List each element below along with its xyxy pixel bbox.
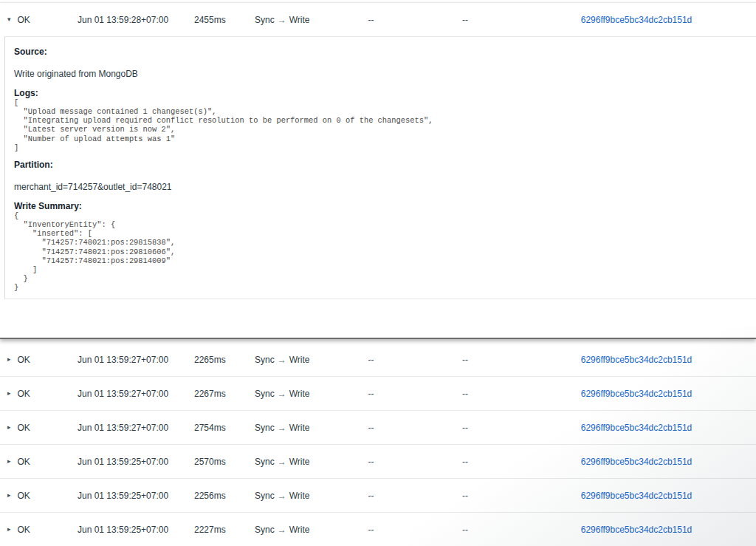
caret-right-icon[interactable]: ▸ bbox=[7, 492, 11, 499]
empty-value-cell: -- bbox=[347, 355, 395, 365]
duration-cell: 2570ms bbox=[194, 457, 251, 467]
type-from: Sync bbox=[255, 15, 275, 25]
timestamp-cell: Jun 01 13:59:25+07:00 bbox=[78, 525, 194, 535]
request-id-cell: 6296ff9bce5bc34dc2cb151d bbox=[535, 389, 756, 399]
type-from: Sync bbox=[255, 355, 275, 365]
status-text: OK bbox=[18, 389, 30, 399]
log-row[interactable]: ▸ OK Jun 01 13:59:27+07:00 2267ms Sync→W… bbox=[0, 377, 756, 411]
log-row-expanded[interactable]: ▾ OK Jun 01 13:59:28+07:00 2455ms Sync→W… bbox=[0, 3, 756, 36]
type-from: Sync bbox=[255, 423, 275, 433]
duration-cell: 2267ms bbox=[194, 389, 251, 399]
type-to: Write bbox=[289, 457, 310, 467]
logs-table: ▾ OK Jun 01 13:59:28+07:00 2455ms Sync→W… bbox=[0, 2, 756, 546]
log-type-cell: Sync→Write bbox=[251, 491, 347, 501]
request-id-link[interactable]: 6296ff9bce5bc34dc2cb151d bbox=[581, 491, 693, 501]
status-cell: ▸ OK bbox=[0, 491, 78, 501]
empty-value-cell: -- bbox=[395, 355, 535, 365]
request-id-link[interactable]: 6296ff9bce5bc34dc2cb151d bbox=[581, 525, 693, 535]
type-to: Write bbox=[289, 389, 310, 399]
empty-value-cell: -- bbox=[395, 491, 535, 501]
empty-value-cell: -- bbox=[395, 457, 535, 467]
status-cell: ▸ OK bbox=[0, 423, 78, 433]
type-from: Sync bbox=[255, 491, 275, 501]
empty-value-cell: -- bbox=[395, 423, 535, 433]
duration-cell: 2256ms bbox=[194, 491, 251, 501]
expanded-log-card: ▾ OK Jun 01 13:59:28+07:00 2455ms Sync→W… bbox=[0, 2, 756, 339]
empty-value-cell: -- bbox=[395, 15, 535, 25]
logs-label: Logs: bbox=[14, 88, 747, 98]
log-detail-panel: Source: Write originated from MongoDB Lo… bbox=[4, 36, 756, 299]
empty-value-cell: -- bbox=[347, 525, 395, 535]
source-label: Source: bbox=[14, 47, 747, 57]
request-id-link[interactable]: 6296ff9bce5bc34dc2cb151d bbox=[581, 389, 693, 399]
caret-right-icon[interactable]: ▸ bbox=[7, 458, 11, 465]
caret-down-icon[interactable]: ▾ bbox=[7, 16, 11, 23]
status-cell: ▸ OK bbox=[0, 525, 78, 535]
request-id-link[interactable]: 6296ff9bce5bc34dc2cb151d bbox=[581, 15, 693, 25]
type-to: Write bbox=[289, 491, 310, 501]
log-type-cell: Sync→Write bbox=[251, 525, 347, 535]
log-type-cell: Sync→Write bbox=[251, 15, 347, 25]
request-id-cell: 6296ff9bce5bc34dc2cb151d bbox=[535, 491, 756, 501]
request-id-link[interactable]: 6296ff9bce5bc34dc2cb151d bbox=[581, 457, 693, 467]
log-type-cell: Sync→Write bbox=[251, 389, 347, 399]
source-value: Write originated from MongoDB bbox=[14, 69, 747, 79]
caret-right-icon[interactable]: ▸ bbox=[7, 390, 11, 397]
partition-label: Partition: bbox=[14, 160, 747, 170]
caret-right-icon[interactable]: ▸ bbox=[7, 356, 11, 363]
status-cell: ▸ OK bbox=[0, 355, 78, 365]
caret-right-icon[interactable]: ▸ bbox=[7, 526, 11, 533]
timestamp-cell: Jun 01 13:59:25+07:00 bbox=[78, 457, 194, 467]
log-row[interactable]: ▸ OK Jun 01 13:59:25+07:00 2256ms Sync→W… bbox=[0, 479, 756, 513]
write-summary-label: Write Summary: bbox=[14, 201, 747, 211]
request-id-cell: 6296ff9bce5bc34dc2cb151d bbox=[535, 457, 756, 467]
partition-value: merchant_id=714257&outlet_id=748021 bbox=[14, 182, 747, 192]
right-arrow-icon: → bbox=[275, 389, 289, 399]
type-to: Write bbox=[289, 525, 310, 535]
empty-value-cell: -- bbox=[347, 389, 395, 399]
status-cell: ▸ OK bbox=[0, 457, 78, 467]
status-cell: ▸ OK bbox=[0, 389, 78, 399]
right-arrow-icon: → bbox=[275, 355, 289, 365]
request-id-link[interactable]: 6296ff9bce5bc34dc2cb151d bbox=[581, 423, 693, 433]
write-summary-json: { "InventoryEntity": { "inserted": [ "71… bbox=[14, 211, 747, 292]
right-arrow-icon: → bbox=[275, 15, 289, 25]
log-type-cell: Sync→Write bbox=[251, 423, 347, 433]
log-row[interactable]: ▸ OK Jun 01 13:59:27+07:00 2265ms Sync→W… bbox=[0, 343, 756, 377]
right-arrow-icon: → bbox=[275, 525, 289, 535]
timestamp-cell: Jun 01 13:59:27+07:00 bbox=[78, 355, 194, 365]
log-type-cell: Sync→Write bbox=[251, 355, 347, 365]
status-cell: ▾ OK bbox=[0, 15, 78, 25]
log-row[interactable]: ▸ OK Jun 01 13:59:25+07:00 2227ms Sync→W… bbox=[0, 513, 756, 546]
type-from: Sync bbox=[255, 389, 275, 399]
type-to: Write bbox=[289, 423, 310, 433]
request-id-cell: 6296ff9bce5bc34dc2cb151d bbox=[535, 15, 756, 25]
right-arrow-icon: → bbox=[275, 423, 289, 433]
caret-right-icon[interactable]: ▸ bbox=[7, 424, 11, 431]
timestamp-cell: Jun 01 13:59:28+07:00 bbox=[78, 15, 194, 25]
card-footer bbox=[0, 299, 756, 338]
request-id-cell: 6296ff9bce5bc34dc2cb151d bbox=[535, 525, 756, 535]
type-from: Sync bbox=[255, 457, 275, 467]
empty-value-cell: -- bbox=[347, 491, 395, 501]
log-row[interactable]: ▸ OK Jun 01 13:59:25+07:00 2570ms Sync→W… bbox=[0, 445, 756, 479]
log-type-cell: Sync→Write bbox=[251, 457, 347, 467]
empty-value-cell: -- bbox=[347, 423, 395, 433]
right-arrow-icon: → bbox=[275, 491, 289, 501]
type-from: Sync bbox=[255, 525, 275, 535]
request-id-cell: 6296ff9bce5bc34dc2cb151d bbox=[535, 423, 756, 433]
duration-cell: 2754ms bbox=[194, 423, 251, 433]
request-id-cell: 6296ff9bce5bc34dc2cb151d bbox=[535, 355, 756, 365]
log-row[interactable]: ▸ OK Jun 01 13:59:27+07:00 2754ms Sync→W… bbox=[0, 411, 756, 445]
timestamp-cell: Jun 01 13:59:27+07:00 bbox=[78, 423, 194, 433]
duration-cell: 2455ms bbox=[194, 15, 251, 25]
empty-value-cell: -- bbox=[347, 457, 395, 467]
duration-cell: 2265ms bbox=[194, 355, 251, 365]
duration-cell: 2227ms bbox=[194, 525, 251, 535]
empty-value-cell: -- bbox=[395, 389, 535, 399]
status-text: OK bbox=[18, 457, 30, 467]
status-text: OK bbox=[18, 525, 30, 535]
request-id-link[interactable]: 6296ff9bce5bc34dc2cb151d bbox=[581, 355, 693, 365]
timestamp-cell: Jun 01 13:59:27+07:00 bbox=[78, 389, 194, 399]
status-text: OK bbox=[18, 15, 30, 25]
